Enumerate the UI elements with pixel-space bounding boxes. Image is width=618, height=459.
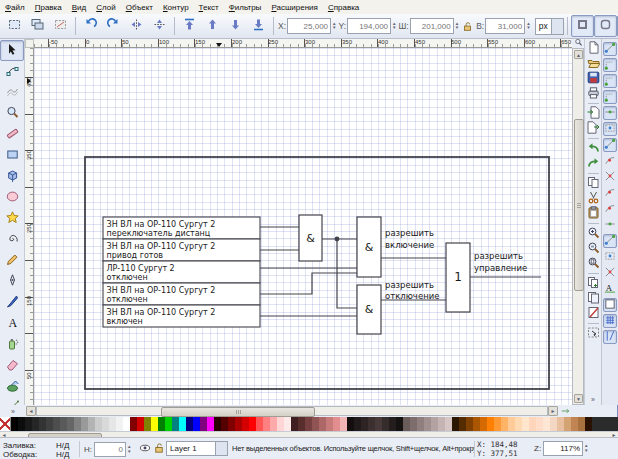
paint-bucket-tool[interactable]	[0, 376, 24, 397]
zoom-tool[interactable]	[0, 103, 24, 124]
menu-item-1[interactable]: Файл	[0, 1, 30, 14]
palette-swatch-5[interactable]	[46, 417, 53, 431]
vertical-ruler[interactable]: 45035025015050	[25, 48, 34, 405]
x-field[interactable]: 25,000	[287, 18, 331, 34]
snap-others-toggle[interactable]	[603, 234, 617, 248]
stroke-value[interactable]: Н/Д	[56, 450, 69, 459]
palette-swatch-44[interactable]	[319, 417, 326, 431]
smooth-nodes-toggle[interactable]	[603, 202, 617, 216]
scroll-down-arrow[interactable]: ▼	[574, 394, 583, 403]
diagram-input-box-1[interactable]: ЗН ВЛ на ОР-110 Сургут 2привод готов	[103, 239, 260, 261]
scale-corners-button[interactable]	[594, 15, 617, 37]
height-field-spinner[interactable]: ▲▼	[526, 22, 530, 31]
units-dropdown[interactable]: px	[535, 18, 564, 35]
raise-button[interactable]	[201, 15, 224, 37]
palette-swatch-71[interactable]	[508, 417, 515, 431]
palette-swatch-52[interactable]	[375, 417, 382, 431]
palette-swatch-67[interactable]	[480, 417, 487, 431]
rotation-centers-toggle[interactable]	[603, 266, 617, 280]
tweak-tool[interactable]	[0, 82, 24, 103]
palette-swatch-31[interactable]	[228, 417, 235, 431]
menu-item-3[interactable]: Вид	[67, 1, 91, 14]
redo-button[interactable]	[586, 156, 601, 171]
fill-value[interactable]: Н/Д	[56, 441, 69, 450]
palette-swatch-14[interactable]	[109, 417, 116, 431]
object-centers-toggle[interactable]	[603, 250, 617, 264]
selector-tool[interactable]	[0, 40, 24, 61]
snap-paths-toggle[interactable]	[603, 154, 617, 168]
palette-swatch-33[interactable]	[242, 417, 249, 431]
palette-swatch-43[interactable]	[312, 417, 319, 431]
vertical-scroll-thumb[interactable]	[574, 119, 584, 291]
select-all-button[interactable]	[3, 15, 26, 37]
lower-button[interactable]	[224, 15, 247, 37]
vertical-scrollbar[interactable]: ▲ ▼	[572, 48, 584, 405]
palette-swatch-24[interactable]	[179, 417, 186, 431]
zoom-page-button[interactable]	[586, 256, 601, 271]
bbox-centers-toggle[interactable]	[603, 122, 617, 136]
palette-swatch-0[interactable]	[11, 417, 18, 431]
palette-swatch-74[interactable]	[529, 417, 536, 431]
no-color-swatch[interactable]	[0, 417, 11, 431]
palette-swatch-78[interactable]	[557, 417, 564, 431]
eraser-tool[interactable]	[0, 355, 24, 376]
canvas[interactable]: ЗН ВЛ на ОР-110 Сургут 2переключатель ди…	[34, 48, 572, 405]
rectangle-tool[interactable]	[0, 145, 24, 166]
palette-swatch-27[interactable]	[200, 417, 207, 431]
palette-swatch-37[interactable]	[270, 417, 277, 431]
deselect-button[interactable]	[49, 15, 72, 37]
menu-item-8[interactable]: Фильтры	[224, 1, 267, 14]
palette-swatch-70[interactable]	[501, 417, 508, 431]
box-3d-tool[interactable]	[0, 166, 24, 187]
palette-swatch-51[interactable]	[368, 417, 375, 431]
palette-swatch-4[interactable]	[39, 417, 46, 431]
palette-swatch-35[interactable]	[256, 417, 263, 431]
bezier-pen-tool[interactable]	[0, 271, 24, 292]
diagram-gate-1[interactable]: &	[357, 217, 381, 277]
menu-item-7[interactable]: Текст	[194, 1, 224, 14]
palette-swatch-17[interactable]	[130, 417, 137, 431]
bbox-corners-toggle[interactable]	[603, 90, 617, 104]
spray-tool[interactable]	[0, 334, 24, 355]
rotate-90-ccw-button[interactable]	[79, 15, 102, 37]
snap-nodes-toggle[interactable]	[603, 138, 617, 152]
menu-item-2[interactable]: Правка	[30, 1, 67, 14]
opacity-spinner[interactable]: ▲▼	[127, 445, 131, 454]
palette-swatch-56[interactable]	[403, 417, 410, 431]
diagram-input-box-4[interactable]: ЗН ВЛ на ОР-110 Сургут 2включен	[103, 305, 260, 327]
scroll-left-arrow[interactable]: ◄	[26, 406, 36, 416]
lock-ratio-icon[interactable]	[462, 21, 473, 32]
palette-swatch-39[interactable]	[284, 417, 291, 431]
cusp-nodes-toggle[interactable]	[603, 186, 617, 200]
palette-swatch-20[interactable]	[151, 417, 158, 431]
palette-swatch-82[interactable]	[585, 417, 592, 431]
diagram-input-box-0[interactable]: ЗН ВЛ на ОР-110 Сургут 2переключатель ди…	[103, 217, 260, 239]
palette-swatch-8[interactable]	[67, 417, 74, 431]
horizontal-ruler[interactable]: -500501001502002503003504004505005506006…	[34, 39, 572, 48]
print-button[interactable]	[586, 86, 601, 101]
palette-swatch-30[interactable]	[221, 417, 228, 431]
palette-swatch-28[interactable]	[207, 417, 214, 431]
node-editor-tool[interactable]	[0, 61, 24, 82]
palette-swatch-26[interactable]	[193, 417, 200, 431]
palette-swatch-6[interactable]	[53, 417, 60, 431]
palette-swatch-2[interactable]	[25, 417, 32, 431]
palette-swatch-55[interactable]	[396, 417, 403, 431]
palette-swatch-50[interactable]	[361, 417, 368, 431]
diagram-gate-3[interactable]: 1	[446, 243, 470, 312]
palette-swatch-13[interactable]	[102, 417, 109, 431]
horizontal-scroll-thumb[interactable]	[161, 407, 315, 417]
palette-swatch-80[interactable]	[571, 417, 578, 431]
palette-swatch-25[interactable]	[186, 417, 193, 431]
menu-item-10[interactable]: Справка	[323, 1, 364, 14]
palette-swatch-32[interactable]	[235, 417, 242, 431]
palette-swatch-10[interactable]	[81, 417, 88, 431]
palette-swatch-53[interactable]	[382, 417, 389, 431]
spiral-tool[interactable]	[0, 229, 24, 250]
palette-swatch-69[interactable]	[494, 417, 501, 431]
layer-lock-icon[interactable]	[153, 442, 165, 456]
palette-swatch-72[interactable]	[515, 417, 522, 431]
snap-enabled-toggle[interactable]	[603, 42, 617, 56]
width-field-spinner[interactable]: ▲▼	[455, 22, 459, 31]
palette-swatch-58[interactable]	[417, 417, 424, 431]
